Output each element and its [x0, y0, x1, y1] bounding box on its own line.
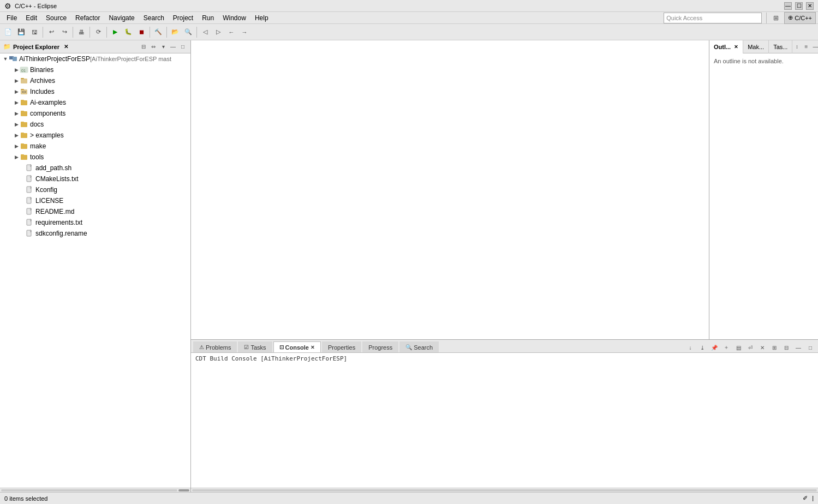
new-console-button[interactable]: ＋: [721, 343, 732, 352]
menu-run[interactable]: Run: [198, 13, 218, 23]
save-button[interactable]: 💾: [15, 26, 27, 38]
open-file-button[interactable]: 📂: [169, 26, 181, 38]
tab-problems[interactable]: ⚠ Problems: [193, 341, 237, 352]
menu-window[interactable]: Window: [218, 13, 250, 23]
save-all-button[interactable]: 🖫: [28, 26, 40, 38]
open-perspective-button[interactable]: ⊞: [771, 12, 781, 24]
pin-console-button[interactable]: 📌: [709, 343, 720, 352]
stop-button[interactable]: ◼: [135, 26, 147, 38]
tree-examples[interactable]: ▶ > examples: [0, 130, 190, 141]
tree-tools[interactable]: ▶ tools: [0, 152, 190, 163]
refresh-button[interactable]: ⟳: [92, 26, 104, 38]
menu-edit[interactable]: Edit: [21, 13, 41, 23]
console-tab-close-icon[interactable]: ✕: [311, 345, 315, 350]
tree-requirements[interactable]: requirements.txt: [0, 217, 190, 228]
print-button[interactable]: 🖶: [75, 26, 87, 38]
expand-icon-tools[interactable]: ▶: [13, 154, 20, 160]
tree-docs[interactable]: ▶ docs: [0, 119, 190, 130]
new-button[interactable]: 📄: [2, 26, 14, 38]
outline-tab-close-icon[interactable]: ✕: [734, 44, 738, 50]
console-action3[interactable]: ⊟: [781, 343, 792, 352]
svg-rect-16: [21, 133, 27, 138]
tree-add-path-sh[interactable]: add_path.sh: [0, 163, 190, 173]
tree-project-root[interactable]: ▼ AiThinkerProjectForESP [AiThinkerProje…: [0, 53, 190, 64]
minimize-button[interactable]: —: [784, 2, 792, 10]
quick-access-label: Quick Access: [666, 15, 702, 21]
run-button[interactable]: ▶: [109, 26, 121, 38]
tab-tasks[interactable]: ☑ Tasks: [238, 341, 272, 352]
maximize-view-button[interactable]: □: [178, 43, 187, 51]
bottom-maximize-button[interactable]: □: [805, 343, 816, 352]
search-toolbar-button[interactable]: 🔍: [182, 26, 194, 38]
next-edit-button[interactable]: ▷: [212, 26, 224, 38]
tree-make[interactable]: ▶ make: [0, 141, 190, 152]
expand-icon-components[interactable]: ▶: [13, 110, 20, 117]
minimize-outline-button[interactable]: —: [811, 43, 818, 51]
menu-project[interactable]: Project: [169, 13, 198, 23]
expand-icon-includes[interactable]: ▶: [13, 88, 20, 95]
tree-readme[interactable]: README.md: [0, 206, 190, 217]
scroll-end-button[interactable]: ⤓: [697, 343, 708, 352]
console-horizontal-scrollbar[interactable]: [191, 488, 818, 492]
project-explorer-close-icon[interactable]: ✕: [64, 44, 68, 50]
tree-kconfig[interactable]: Kconfig: [0, 184, 190, 195]
forward-button[interactable]: →: [238, 26, 250, 38]
tree-binaries[interactable]: ▶ 01 Binaries: [0, 64, 190, 75]
tree-ai-examples[interactable]: ▶ Ai-examples: [0, 97, 190, 108]
hide-fields-button[interactable]: ≡: [802, 43, 810, 51]
search-label: Search: [414, 344, 433, 351]
tree-components[interactable]: ▶ components: [0, 108, 190, 119]
collapse-all-button[interactable]: ⊟: [139, 43, 148, 51]
menu-search[interactable]: Search: [139, 13, 169, 23]
perspective-cpp-button[interactable]: ⊕ C/C++: [784, 12, 816, 24]
console-action2[interactable]: ⊞: [769, 343, 780, 352]
tab-progress[interactable]: Progress: [362, 341, 398, 352]
tab-properties[interactable]: Properties: [322, 341, 361, 352]
expand-icon-binaries[interactable]: ▶: [13, 67, 20, 73]
word-wrap-button[interactable]: ⏎: [745, 343, 756, 352]
horizontal-scrollbar[interactable]: [0, 488, 190, 492]
expand-icon-examples[interactable]: ▶: [13, 132, 20, 139]
link-with-editor-button[interactable]: ⇔: [149, 43, 158, 51]
expand-icon-archives[interactable]: ▶: [13, 77, 20, 84]
file-icon-sdkconfig: [25, 229, 34, 238]
view-menu-button[interactable]: ▾: [159, 43, 168, 51]
tree-includes[interactable]: ▶ <> Includes: [0, 86, 190, 97]
menu-navigate[interactable]: Navigate: [104, 13, 139, 23]
build-button[interactable]: 🔨: [152, 26, 164, 38]
tab-make[interactable]: Mak...: [743, 40, 769, 53]
tree-license[interactable]: LICENSE: [0, 195, 190, 206]
expand-icon-ai-examples[interactable]: ▶: [13, 99, 20, 106]
tree-sdkconfig[interactable]: sdkconfig.rename: [0, 228, 190, 239]
tab-tasks[interactable]: Tas...: [769, 40, 792, 53]
undo-button[interactable]: ↩: [45, 26, 57, 38]
tree-cmakelists[interactable]: CMakeLists.txt: [0, 173, 190, 184]
menu-file[interactable]: File: [2, 13, 21, 23]
redo-button[interactable]: ↪: [58, 26, 70, 38]
back-button[interactable]: ←: [225, 26, 237, 38]
menu-source[interactable]: Source: [41, 13, 71, 23]
tab-outline[interactable]: Outl... ✕: [709, 40, 743, 53]
close-button[interactable]: ✕: [806, 2, 814, 10]
expand-icon-make[interactable]: ▶: [13, 143, 20, 149]
prev-edit-button[interactable]: ◁: [199, 26, 211, 38]
sort-button[interactable]: ↕: [792, 43, 801, 51]
expand-icon-root[interactable]: ▼: [2, 56, 9, 62]
menu-refactor[interactable]: Refactor: [71, 13, 104, 23]
maximize-button[interactable]: ☐: [795, 2, 803, 10]
bottom-minimize-button[interactable]: —: [793, 343, 804, 352]
expand-icon-docs[interactable]: ▶: [13, 121, 20, 128]
archives-label: Archives: [30, 77, 55, 85]
tab-search[interactable]: 🔍 Search: [399, 341, 439, 352]
tree-archives[interactable]: ▶ Archives: [0, 75, 190, 86]
tab-console[interactable]: ⊡ Console ✕: [273, 341, 321, 352]
clear-button[interactable]: ✕: [757, 343, 768, 352]
scroll-lock-button[interactable]: ↓: [685, 343, 696, 352]
minimize-view-button[interactable]: —: [169, 43, 177, 51]
menu-help[interactable]: Help: [250, 13, 273, 23]
debug-button[interactable]: 🐛: [122, 26, 134, 38]
display-options-button[interactable]: ▤: [733, 343, 744, 352]
expand-icon-license: [19, 197, 25, 204]
quick-access-input[interactable]: Quick Access: [664, 13, 762, 23]
add-path-sh-label: add_path.sh: [35, 164, 71, 172]
